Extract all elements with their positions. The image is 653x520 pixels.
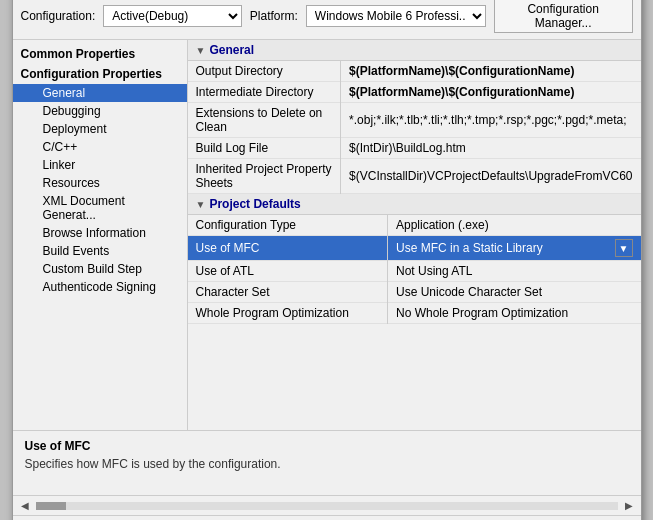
prop-value: No Whole Program Optimization <box>388 303 641 324</box>
sidebar-item-authenticode[interactable]: Authenticode Signing <box>13 278 187 296</box>
table-row[interactable]: Build Log File $(IntDir)\BuildLog.htm <box>188 138 641 159</box>
scroll-thumb <box>36 502 66 510</box>
config-manager-button[interactable]: Configuration Manager... <box>494 0 633 33</box>
info-title: Use of MFC <box>25 439 629 453</box>
table-row[interactable]: Output Directory $(PlatformName)\$(Confi… <box>188 61 641 82</box>
footer: 确定 取消 应用(A) <box>13 515 641 520</box>
scroll-track[interactable] <box>36 502 618 510</box>
prop-name: Inherited Project Property Sheets <box>188 159 341 194</box>
prop-value: $(VCInstallDir)VCProjectDefaults\Upgrade… <box>341 159 641 194</box>
prop-value: *.obj;*.ilk;*.tlb;*.tli;*.tlh;*.tmp;*.rs… <box>341 103 641 138</box>
prop-name: Use of ATL <box>188 261 388 282</box>
bottom-info-panel: Use of MFC Specifies how MFC is used by … <box>13 430 641 495</box>
project-defaults-table: Configuration Type Application (.exe) Us… <box>188 215 641 324</box>
prop-name: Extensions to Delete on Clean <box>188 103 341 138</box>
prop-value: $(PlatformName)\$(ConfigurationName) <box>341 61 641 82</box>
sidebar-item-xml-doc[interactable]: XML Document Generat... <box>13 192 187 224</box>
table-row[interactable]: Extensions to Delete on Clean *.obj;*.il… <box>188 103 641 138</box>
prop-value: Use Unicode Character Set <box>388 282 641 303</box>
main-content: Common Properties Configuration Properti… <box>13 40 641 430</box>
left-scrollbar: ◀ ▶ <box>13 495 641 515</box>
sidebar-item-deployment[interactable]: Deployment <box>13 120 187 138</box>
config-label: Configuration: <box>21 9 96 23</box>
sidebar-item-linker[interactable]: Linker <box>13 156 187 174</box>
sidebar-item-general[interactable]: General <box>13 84 187 102</box>
use-of-mfc-value: Use MFC in a Static Library <box>396 241 543 255</box>
configuration-select[interactable]: Active(Debug) <box>103 5 242 27</box>
table-row[interactable]: Use of ATL Not Using ATL <box>188 261 641 282</box>
property-pages-window: Property Pages ? ✕ Configuration: Active… <box>12 0 642 520</box>
scroll-right-arrow[interactable]: ▶ <box>621 498 637 513</box>
prop-value: $(IntDir)\BuildLog.htm <box>341 138 641 159</box>
general-expand-icon: ▼ <box>196 45 206 56</box>
sidebar-item-cpp[interactable]: C/C++ <box>13 138 187 156</box>
use-of-mfc-row[interactable]: Use of MFC Use MFC in a Static Library ▼ <box>188 236 641 261</box>
prop-name: Intermediate Directory <box>188 82 341 103</box>
config-properties-label: Configuration Properties <box>13 64 187 84</box>
general-section-label: General <box>209 43 254 57</box>
common-properties-label: Common Properties <box>13 44 187 64</box>
project-defaults-section-label: Project Defaults <box>209 197 300 211</box>
right-panel: ▼ General Output Directory $(PlatformNam… <box>188 40 641 430</box>
project-defaults-expand-icon: ▼ <box>196 199 206 210</box>
prop-name: Configuration Type <box>188 215 388 236</box>
table-row[interactable]: Whole Program Optimization No Whole Prog… <box>188 303 641 324</box>
use-of-mfc-dropdown-cell: Use MFC in a Static Library ▼ <box>396 239 633 257</box>
platform-select[interactable]: Windows Mobile 6 Professi... <box>306 5 486 27</box>
sidebar-item-debugging[interactable]: Debugging <box>13 102 187 120</box>
general-section-header[interactable]: ▼ General <box>188 40 641 61</box>
info-description: Specifies how MFC is used by the configu… <box>25 457 629 471</box>
sidebar-item-browse-info[interactable]: Browse Information <box>13 224 187 242</box>
use-of-mfc-dropdown-arrow[interactable]: ▼ <box>615 239 633 257</box>
scroll-left-arrow[interactable]: ◀ <box>17 498 33 513</box>
prop-value: Not Using ATL <box>388 261 641 282</box>
prop-name: Whole Program Optimization <box>188 303 388 324</box>
table-row[interactable]: Inherited Project Property Sheets $(VCIn… <box>188 159 641 194</box>
table-row[interactable]: Character Set Use Unicode Character Set <box>188 282 641 303</box>
project-defaults-section-header[interactable]: ▼ Project Defaults <box>188 194 641 215</box>
prop-name: Build Log File <box>188 138 341 159</box>
platform-label: Platform: <box>250 9 298 23</box>
sidebar-item-custom-build[interactable]: Custom Build Step <box>13 260 187 278</box>
prop-value: Use MFC in a Static Library ▼ <box>388 236 641 261</box>
general-properties-table: Output Directory $(PlatformName)\$(Confi… <box>188 61 641 194</box>
prop-name: Output Directory <box>188 61 341 82</box>
prop-name: Character Set <box>188 282 388 303</box>
left-panel: Common Properties Configuration Properti… <box>13 40 188 430</box>
prop-name: Use of MFC <box>188 236 388 261</box>
table-row[interactable]: Intermediate Directory $(PlatformName)\$… <box>188 82 641 103</box>
prop-value: Application (.exe) <box>388 215 641 236</box>
sidebar-item-resources[interactable]: Resources <box>13 174 187 192</box>
sidebar-item-build-events[interactable]: Build Events <box>13 242 187 260</box>
prop-value: $(PlatformName)\$(ConfigurationName) <box>341 82 641 103</box>
table-row[interactable]: Configuration Type Application (.exe) <box>188 215 641 236</box>
toolbar: Configuration: Active(Debug) Platform: W… <box>13 0 641 40</box>
